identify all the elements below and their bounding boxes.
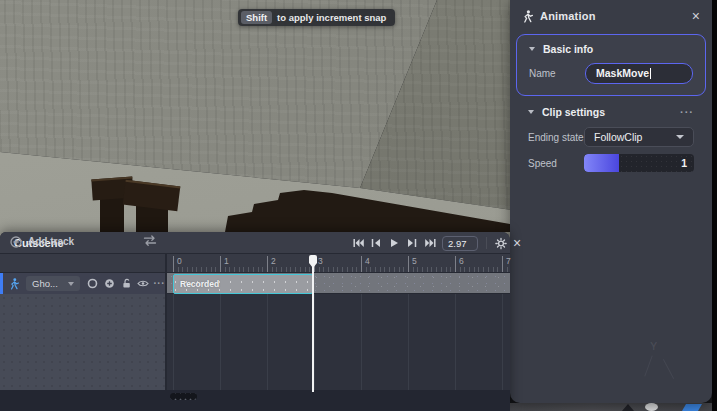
ruler-tick: 0: [173, 256, 182, 272]
cutscene-close-icon[interactable]: ×: [513, 236, 521, 250]
unlock-icon[interactable]: [120, 277, 133, 290]
basic-info-section: Basic info Name MaskMove: [516, 34, 706, 96]
speed-slider-fill: [584, 154, 619, 172]
animation-panel-title: Animation: [540, 10, 596, 22]
track-list-area: [0, 294, 165, 390]
add-track-button[interactable]: Add track: [10, 232, 74, 251]
text-caret: [650, 68, 651, 79]
ending-state-select[interactable]: FollowClip: [584, 127, 694, 147]
name-value: MaskMove: [596, 67, 649, 79]
chevron-down-icon: [676, 135, 684, 139]
ending-state-value: FollowClip: [594, 131, 642, 143]
ending-state-label: Ending state: [528, 132, 584, 143]
ruler-tick: 5: [408, 256, 417, 272]
column-divider: [165, 254, 167, 390]
track-selection-bar: [0, 273, 3, 294]
ruler-tick: 7: [502, 256, 511, 272]
track-icon-buttons: ···: [86, 277, 166, 290]
clip-label: Recorded: [180, 279, 219, 289]
animation-close-icon[interactable]: ×: [692, 9, 700, 23]
timeline-grid: [167, 294, 510, 390]
cutscene-panel: Cutscene 2.97 ×: [0, 232, 510, 411]
animation-person-icon: [522, 10, 533, 23]
app-root: Shift to apply increment snap Animation …: [0, 0, 717, 411]
timeline-scrollbar[interactable]: [170, 393, 197, 400]
frame-forward-icon[interactable]: [406, 237, 418, 249]
character-icon: [9, 278, 19, 290]
ruler-tick: 2: [267, 256, 276, 272]
divider: [486, 237, 487, 249]
name-field-row: Name MaskMove: [517, 60, 705, 86]
scene-sphere-object: [645, 403, 658, 411]
tooltip-text: to apply increment snap: [277, 12, 386, 23]
y-axis-gizmo-ghost: Y: [650, 340, 657, 352]
ruler-tick: 1: [220, 256, 229, 272]
chevron-down-icon: [68, 282, 74, 286]
timeline-bottom-band: [0, 390, 510, 411]
track-more-icon[interactable]: ···: [154, 278, 166, 289]
record-icon[interactable]: [86, 277, 99, 290]
speed-value: 1: [681, 154, 687, 172]
ruler-tick: 6: [455, 256, 464, 272]
add-track-label: Add track: [28, 236, 74, 247]
speed-slider[interactable]: 1: [584, 154, 694, 172]
play-icon[interactable]: [388, 237, 400, 249]
animation-panel-header: Animation ×: [510, 0, 712, 32]
track-options-icon[interactable]: [143, 234, 157, 247]
track-header: Gho... ···: [0, 273, 165, 294]
skip-to-start-icon[interactable]: [352, 237, 364, 249]
scene-cone-object: [622, 404, 634, 411]
time-input[interactable]: 2.97: [442, 236, 478, 251]
basic-info-title: Basic info: [543, 43, 593, 55]
speed-label: Speed: [528, 158, 584, 169]
screen-edge: [712, 0, 717, 411]
shift-keycap: Shift: [241, 11, 272, 24]
basic-info-header[interactable]: Basic info: [517, 38, 705, 60]
snap-tooltip: Shift to apply increment snap: [238, 9, 395, 26]
plus-circle-icon: [10, 236, 22, 248]
clip-settings-header[interactable]: Clip settings ···: [516, 100, 706, 124]
frame-back-icon[interactable]: [370, 237, 382, 249]
animation-panel: Animation × Basic info Name MaskMove Cli…: [510, 0, 712, 403]
ending-state-row: Ending state FollowClip: [516, 124, 706, 150]
clip-settings-title: Clip settings: [542, 106, 605, 118]
skip-to-end-icon[interactable]: [424, 237, 436, 249]
name-label: Name: [529, 68, 585, 79]
name-input[interactable]: MaskMove: [585, 63, 693, 84]
collapse-chevron-icon: [528, 110, 534, 114]
gizmo-line: [663, 359, 674, 379]
transport-controls: 2.97 ×: [352, 232, 521, 254]
collapse-chevron-icon: [529, 47, 535, 51]
clip-settings-section: Clip settings ··· Ending state FollowCli…: [516, 100, 706, 176]
ruler-tick: 4: [361, 256, 370, 272]
visibility-icon[interactable]: [137, 277, 150, 290]
playhead-line: [312, 256, 314, 392]
track-target-dropdown[interactable]: Gho...: [26, 276, 80, 291]
scene-pedestal-post: [100, 196, 124, 236]
keyframe-add-icon[interactable]: [103, 277, 116, 290]
recorded-clip[interactable]: Recorded: [173, 274, 313, 294]
timeline-ruler[interactable]: 0 1 2 3 4 5 6 7: [167, 254, 510, 273]
track-target-value: Gho...: [32, 278, 58, 289]
speed-row: Speed 1: [516, 150, 706, 176]
gizmo-line: [644, 355, 652, 376]
gear-icon[interactable]: [495, 237, 507, 249]
clip-settings-more-icon[interactable]: ···: [680, 109, 694, 115]
